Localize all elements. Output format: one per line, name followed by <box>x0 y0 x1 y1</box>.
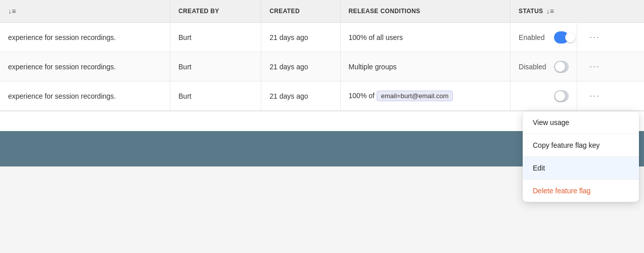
row-created-by-2: Burt <box>170 52 261 81</box>
row-created-1: 21 days ago <box>261 23 340 52</box>
row-created-3: 21 days ago <box>261 81 340 111</box>
col-header-status: STATUS ↓≡ <box>511 0 644 23</box>
menu-item-delete-flag[interactable]: Delete feature flag <box>523 180 639 202</box>
created-by-label: CREATED BY <box>178 8 219 15</box>
row-release-1: 100% of all users <box>340 23 511 52</box>
release-prefix-3: 100% of <box>349 92 375 100</box>
table-row: experience for session recordings. Burt … <box>0 52 644 81</box>
toggle-knob-2 <box>555 62 565 72</box>
col-header-sort[interactable]: ↓≡ <box>0 0 170 23</box>
menu-item-edit[interactable]: Edit <box>523 157 639 180</box>
table-row: experience for session recordings. Burt … <box>0 23 644 52</box>
row-desc-2: experience for session recordings. <box>0 52 170 81</box>
col-header-release-conditions: RELEASE CONDITIONS <box>340 0 511 23</box>
toggle-1[interactable] <box>554 31 569 44</box>
table-row: experience for session recordings. Burt … <box>0 81 644 111</box>
release-conditions-label: RELEASE CONDITIONS <box>349 8 421 15</box>
row-created-by-1: Burt <box>170 23 261 52</box>
row-status-cell-2: Disabled <box>511 52 577 81</box>
row-actions-2: ··· <box>577 52 644 81</box>
more-menu-button-3[interactable]: ··· <box>585 89 604 103</box>
row-release-3: 100% of email=burt@email.com <box>340 81 511 111</box>
toggle-2[interactable] <box>554 61 569 73</box>
toggle-3[interactable] <box>554 90 569 102</box>
status-text-1: Enabled <box>519 33 549 41</box>
row-desc-1: experience for session recordings. <box>0 23 170 52</box>
toggle-knob-3 <box>555 91 565 101</box>
created-label: CREATED <box>269 8 300 15</box>
status-label: STATUS <box>519 8 543 15</box>
more-menu-button-1[interactable]: ··· <box>585 30 604 45</box>
status-text-2: Disabled <box>519 63 549 71</box>
more-menu-button-2[interactable]: ··· <box>585 59 604 74</box>
menu-item-copy-flag-key[interactable]: Copy feature flag key <box>523 134 639 157</box>
sort-icon: ↓≡ <box>8 7 16 15</box>
email-badge-3: email=burt@email.com <box>377 91 453 101</box>
context-menu: View usage Copy feature flag key Edit De… <box>523 111 639 202</box>
row-created-by-3: Burt <box>170 81 261 111</box>
toggle-knob-1 <box>565 32 575 43</box>
row-actions-3: ··· <box>577 81 644 111</box>
row-status-cell-3 <box>511 81 577 111</box>
status-sort-icon[interactable]: ↓≡ <box>546 7 554 15</box>
row-actions-1: ··· <box>577 23 644 52</box>
row-desc-3: experience for session recordings. <box>0 81 170 111</box>
col-header-created: CREATED <box>261 0 340 23</box>
menu-item-view-usage[interactable]: View usage <box>523 111 639 134</box>
row-release-2: Multiple groups <box>340 52 511 81</box>
col-header-created-by: CREATED BY <box>170 0 261 23</box>
row-created-2: 21 days ago <box>261 52 340 81</box>
row-status-cell-1: Enabled <box>511 23 577 52</box>
